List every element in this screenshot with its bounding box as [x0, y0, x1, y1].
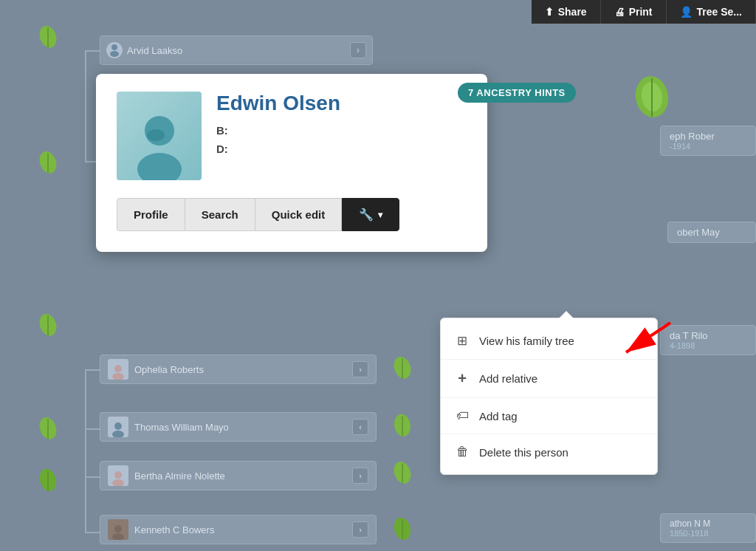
partial-node-text3: da T Rilo: [670, 330, 746, 341]
person-thumb-thomas: [108, 417, 128, 437]
node-name-arvid: Arvid Laakso: [127, 45, 182, 56]
leaf-decoration: [37, 22, 59, 49]
node-arrow-ophelia[interactable]: ›: [352, 361, 368, 377]
leaf-decoration: [37, 148, 59, 174]
connector: [85, 369, 86, 532]
card-content: Edwin Olsen B: D:: [117, 92, 467, 180]
svg-point-20: [114, 365, 122, 372]
person-thumb-kenneth: [108, 519, 128, 540]
connector: [85, 428, 100, 430]
share-label: Share: [558, 6, 587, 18]
tag-icon: 🏷: [454, 408, 470, 423]
person-name: Edwin Olsen: [216, 92, 467, 115]
delete-person-item[interactable]: 🗑 Delete this person: [441, 434, 657, 470]
leaf-decoration: [391, 514, 413, 541]
node-name-thomas: Thomas William Mayo: [134, 422, 229, 433]
tree-search-label: Tree Se...: [697, 6, 742, 18]
print-icon: 🖨: [614, 6, 625, 18]
add-tag-item[interactable]: 🏷 Add tag: [441, 398, 657, 434]
connector: [85, 50, 100, 52]
node-name-bertha: Bertha Almire Nolette: [134, 470, 225, 482]
leaf-decoration: [37, 414, 59, 440]
tree-node-ophelia[interactable]: Ophelia Roberts ›: [100, 355, 377, 384]
svg-point-27: [112, 533, 124, 540]
trash-icon: 🗑: [454, 445, 470, 459]
svg-point-25: [112, 479, 124, 486]
node-arrow-kenneth[interactable]: ›: [352, 521, 368, 538]
add-tag-label: Add tag: [479, 410, 518, 422]
header-bar: ⬆ Share 🖨 Print 👤 Tree Se...: [532, 0, 756, 24]
connector: [85, 476, 100, 478]
partial-node-text1: eph Rober: [670, 131, 746, 142]
leaf-decoration: [37, 310, 59, 337]
partial-node-text4: athon N M: [670, 519, 746, 529]
svg-point-24: [114, 471, 122, 479]
partial-node-right4: athon N M 1850-1918: [660, 513, 756, 543]
delete-person-label: Delete this person: [479, 446, 568, 459]
partial-node-dates1: -1914: [670, 142, 746, 151]
birth-detail: B:: [216, 124, 467, 137]
node-arrow-thomas[interactable]: ‹: [352, 419, 368, 435]
person-icon-arvid: [106, 42, 123, 58]
person-thumb-ophelia: [108, 359, 128, 380]
add-relative-item[interactable]: + Add relative: [441, 360, 657, 398]
profile-button[interactable]: Profile: [117, 198, 185, 231]
tree-node-thomas[interactable]: Thomas William Mayo ‹: [100, 412, 377, 442]
death-label: D:: [216, 143, 228, 155]
death-detail: D:: [216, 143, 467, 155]
partial-node-right2: obert May: [667, 222, 756, 243]
leaf-decoration: [391, 353, 413, 380]
person-thumb-bertha: [108, 465, 128, 486]
node-name-kenneth: Kenneth C Bowers: [134, 524, 214, 535]
svg-point-26: [114, 525, 122, 533]
print-button[interactable]: 🖨 Print: [601, 0, 667, 24]
person-card: Edwin Olsen B: D: Profile Search Quick e…: [96, 74, 487, 252]
tools-icon: 🔧: [359, 208, 374, 222]
family-tree-icon: ⊞: [454, 333, 470, 349]
tree-node-kenneth[interactable]: Kenneth C Bowers ›: [100, 515, 377, 544]
add-relative-label: Add relative: [479, 372, 537, 385]
tools-button[interactable]: 🔧 ▾: [342, 198, 399, 231]
leaf-decoration: [391, 411, 413, 437]
print-label: Print: [629, 6, 653, 18]
search-button[interactable]: Search: [185, 198, 255, 231]
node-arrow-bertha[interactable]: ›: [352, 468, 368, 484]
partial-node-text2: obert May: [677, 227, 746, 238]
svg-point-1: [110, 51, 119, 57]
leaf-decoration: [37, 465, 59, 492]
connector: [85, 369, 100, 371]
tree-node-bertha[interactable]: Bertha Almire Nolette ›: [100, 461, 377, 490]
tree-node-arvid[interactable]: Arvid Laakso ›: [100, 35, 373, 65]
svg-line-35: [626, 323, 670, 352]
share-button[interactable]: ⬆ Share: [532, 0, 601, 24]
add-relative-icon: +: [454, 370, 470, 387]
share-icon: ⬆: [545, 6, 554, 18]
node-name-ophelia: Ophelia Roberts: [134, 364, 204, 375]
svg-point-0: [111, 44, 117, 50]
avatar: [117, 92, 202, 180]
ancestry-hints-badge[interactable]: 7 ANCESTRY HINTS: [458, 83, 576, 103]
leaf-decoration: [391, 458, 413, 485]
partial-node-right1: eph Rober -1914: [660, 126, 756, 156]
card-info: Edwin Olsen B: D:: [216, 92, 467, 161]
action-buttons: Profile Search Quick edit 🔧 ▾: [117, 198, 467, 231]
person-icon: 👤: [680, 6, 693, 18]
svg-point-23: [112, 431, 124, 437]
hints-badge-label: 7 ANCESTRY HINTS: [468, 87, 566, 98]
node-arrow-arvid[interactable]: ›: [350, 42, 366, 58]
svg-point-22: [114, 422, 122, 430]
svg-point-33: [147, 129, 165, 141]
connector: [85, 50, 86, 161]
tree-search-button[interactable]: 👤 Tree Se...: [667, 0, 756, 24]
quick-edit-button[interactable]: Quick edit: [255, 198, 343, 231]
red-arrow-annotation: [604, 319, 678, 363]
connector: [85, 532, 100, 533]
birth-label: B:: [216, 124, 228, 137]
view-family-tree-label: View his family tree: [479, 335, 574, 347]
partial-node-sub4: 1850-1918: [670, 529, 746, 538]
svg-point-21: [112, 373, 124, 380]
partial-node-dates3: 4-1898: [670, 341, 746, 350]
ancestry-leaf-icon: [632, 71, 673, 119]
chevron-down-icon: ▾: [378, 210, 382, 220]
svg-point-32: [137, 153, 182, 180]
